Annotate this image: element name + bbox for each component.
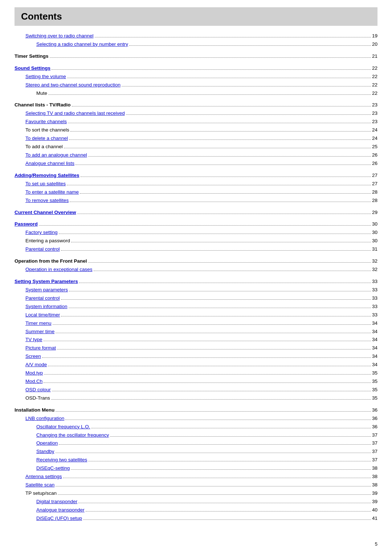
toc-label[interactable]: Analogue transponder [36, 506, 85, 514]
toc-label[interactable]: Setting the volume [25, 73, 66, 81]
toc-dots [77, 214, 371, 214]
toc-row: DiSEqC-setting38 [15, 465, 377, 472]
toc-label: To add a channel [25, 143, 63, 151]
toc-dots [67, 78, 371, 78]
toc-label[interactable]: Adding/Removing Satellites [15, 172, 79, 179]
toc-label[interactable]: TV type [25, 336, 42, 344]
toc-label[interactable]: Setting System Parameters [15, 278, 78, 286]
toc-row: A/V mode34 [15, 361, 377, 369]
toc-label[interactable]: Operation in exceptional cases [25, 266, 93, 274]
toc-label[interactable]: Picture format [25, 344, 56, 352]
toc-label[interactable]: Local time/timer [25, 311, 60, 319]
toc-label[interactable]: Stereo and two-channel sound reproductio… [25, 81, 121, 89]
toc-row: DiSEqC (UFO) setup41 [15, 515, 377, 522]
toc-page-number: 27 [372, 172, 377, 179]
toc-label[interactable]: Timer menu [25, 320, 52, 327]
toc-label[interactable]: OSD colour [25, 386, 51, 394]
toc-label[interactable]: Summer time [25, 328, 54, 336]
toc-dots [64, 148, 371, 148]
toc-label[interactable]: DiSEqC-setting [36, 465, 70, 472]
toc-row: Summer time34 [15, 328, 377, 336]
toc-page-number: 34 [372, 344, 377, 352]
toc-label[interactable]: Parental control [25, 295, 60, 302]
spacer [15, 217, 377, 221]
toc-label[interactable]: Antenna settings [25, 473, 62, 481]
toc-dots [88, 156, 371, 157]
toc-dots [59, 444, 371, 445]
toc-label: OSD-Trans [25, 395, 50, 402]
toc-label[interactable]: Receiving two satellites [36, 456, 87, 464]
toc-label[interactable]: DiSEqC (UFO) setup [36, 515, 82, 522]
toc-label[interactable]: To delete a channel [25, 135, 68, 142]
toc-page-number: 26 [372, 160, 377, 167]
toc-label[interactable]: Current Channel Overview [15, 209, 76, 217]
toc-label[interactable]: Mod.typ [25, 369, 43, 377]
toc-label[interactable]: Analogue channel lists [25, 160, 74, 167]
toc-label: To sort the channels [25, 126, 69, 134]
toc-label[interactable]: To add an analogue channel [25, 151, 87, 159]
spacer [15, 49, 377, 53]
toc-label[interactable]: Digital transponder [36, 498, 77, 506]
toc-row: Antenna settings38 [15, 473, 377, 481]
toc-label[interactable]: Satellite scan [25, 481, 54, 489]
toc-label[interactable]: Oscillator frequency L.O. [36, 423, 90, 431]
toc-page-number: 22 [372, 73, 377, 81]
toc-page-number: 22 [372, 90, 377, 97]
toc-label[interactable]: LNB configuration [25, 415, 64, 422]
toc-label[interactable]: Operation [36, 440, 58, 447]
toc-label[interactable]: Factory setting [25, 229, 58, 236]
toc-label[interactable]: Screen [25, 353, 41, 360]
toc-row: Picture format34 [15, 344, 377, 352]
toc-label[interactable]: Standby [36, 448, 54, 456]
toc-page-number: 33 [372, 278, 377, 286]
toc-label[interactable]: Mod.Ch [25, 378, 42, 385]
toc-dots [39, 225, 371, 226]
toc-page-number: 30 [372, 229, 377, 236]
spacer [15, 254, 377, 258]
toc-row: To add a channel25 [15, 143, 377, 151]
toc-row: TV type34 [15, 336, 377, 344]
spacer [15, 403, 377, 407]
toc-dots [51, 399, 371, 400]
toc-label[interactable]: Password [15, 221, 38, 228]
toc-label[interactable]: To enter a satellite name [25, 189, 79, 196]
toc-row: Receiving two satellites37 [15, 456, 377, 464]
toc-label[interactable]: Favourite channels [25, 118, 67, 126]
toc-dots [129, 45, 371, 46]
toc-page-number: 36 [372, 407, 377, 414]
toc-dots [67, 185, 371, 185]
toc-row: To sort the channels24 [15, 126, 377, 134]
toc-label: Entering a password [25, 237, 70, 245]
toc-page-number: 22 [372, 81, 377, 89]
toc-page-number: 38 [372, 465, 377, 472]
toc-label[interactable]: System parameters [25, 286, 68, 294]
toc-label[interactable]: Selecting a radio channel by number entr… [36, 41, 128, 48]
toc-label[interactable]: System information [25, 303, 68, 311]
toc-row: Operation from the Front Panel32 [15, 258, 377, 265]
toc-label: Operation from the Front Panel [15, 258, 87, 265]
toc-page-number: 33 [372, 303, 377, 311]
toc-row: Oscillator frequency L.O.36 [15, 423, 377, 431]
toc-dots [94, 271, 371, 271]
toc-page-number: 20 [372, 41, 377, 48]
toc-page-number: 36 [372, 423, 377, 431]
toc-label[interactable]: Switching over to radio channel [25, 32, 94, 40]
toc-page-number: 25 [372, 143, 377, 151]
toc-label[interactable]: Sound Settings [15, 65, 50, 72]
toc-dots [59, 234, 371, 234]
toc-row: To set up satellites27 [15, 180, 377, 188]
toc-row: Selecting TV and radio channels last rec… [15, 110, 377, 117]
toc-row: Timer menu34 [15, 320, 377, 327]
toc-label[interactable]: Selecting TV and radio channels last rec… [25, 110, 125, 117]
toc-page-number: 30 [372, 237, 377, 245]
toc-page-number: 35 [372, 395, 377, 402]
toc-label[interactable]: Changing the oscillator frequency [36, 432, 109, 439]
toc-label: Mute [36, 90, 47, 97]
toc-label[interactable]: A/V mode [25, 361, 47, 369]
toc-label[interactable]: To set up satellites [25, 180, 66, 188]
toc-label[interactable]: To remove satellites [25, 197, 69, 205]
toc-row: Current Channel Overview29 [15, 209, 377, 217]
toc-dots [83, 519, 371, 520]
toc-label[interactable]: Parental control [25, 246, 60, 253]
toc-dots [68, 123, 371, 123]
